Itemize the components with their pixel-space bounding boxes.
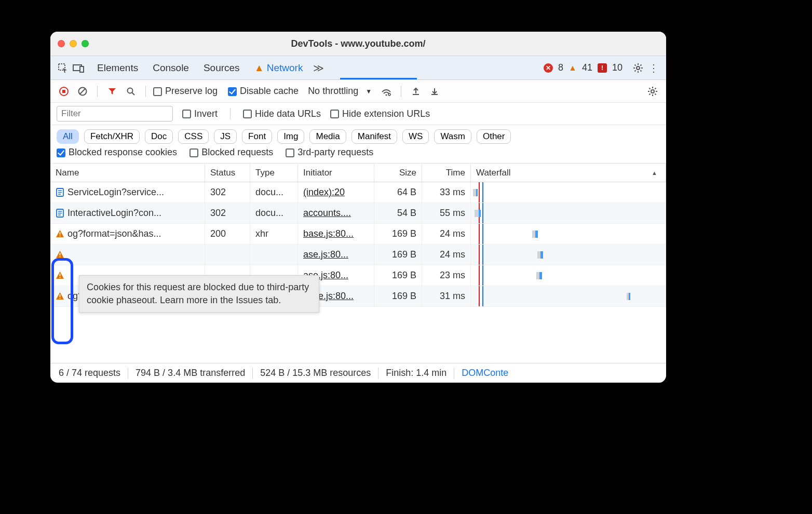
cell-waterfall (471, 265, 666, 286)
status-bar: 6 / 74 requests 794 B / 3.4 MB transferr… (50, 363, 666, 383)
download-har-icon[interactable] (427, 84, 442, 99)
cell-type (250, 245, 298, 265)
upload-har-icon[interactable] (409, 84, 423, 99)
svg-rect-21 (60, 232, 61, 235)
hide-data-urls-checkbox[interactable]: Hide data URLs (243, 109, 321, 119)
titlebar: DevTools - www.youtube.com/ (50, 32, 666, 56)
col-name[interactable]: Name (50, 164, 205, 182)
cell-initiator[interactable]: base.js:80... (298, 224, 374, 244)
table-row[interactable]: ase.js:80...169 B24 ms (50, 245, 666, 265)
col-initiator[interactable]: Initiator (298, 164, 374, 182)
svg-rect-23 (60, 253, 61, 255)
tab-sources[interactable]: Sources (204, 58, 240, 78)
cell-size: 169 B (374, 286, 422, 306)
error-count: 8 (558, 62, 563, 73)
sort-asc-icon: ▲ (652, 170, 657, 176)
status-requests: 6 / 74 requests (59, 368, 120, 378)
svg-rect-25 (60, 274, 61, 276)
col-size[interactable]: Size (374, 164, 422, 182)
svg-point-10 (386, 94, 387, 96)
cell-type: docu... (250, 203, 298, 223)
error-counters[interactable]: ✕ 8 ▲ 41 ! 10 (544, 62, 622, 73)
invert-checkbox[interactable]: Invert (182, 109, 218, 119)
col-type[interactable]: Type (250, 164, 298, 182)
issues-count: 10 (612, 62, 622, 73)
issues-count-icon: ! (598, 63, 607, 73)
devtools-window: DevTools - www.youtube.com/ Elements Con… (50, 32, 666, 383)
tab-elements[interactable]: Elements (97, 58, 138, 78)
filter-icon[interactable] (105, 84, 119, 99)
search-icon[interactable] (124, 84, 138, 99)
request-name: ServiceLogin?service... (67, 187, 164, 198)
preserve-log-checkbox[interactable]: Preserve log (153, 86, 218, 97)
svg-line-9 (132, 92, 135, 95)
cell-time: 23 ms (422, 265, 471, 286)
third-party-checkbox[interactable]: 3rd-party requests (286, 147, 373, 158)
table-row[interactable]: InteractiveLogin?con...302docu...account… (50, 203, 666, 224)
record-button-icon[interactable] (57, 84, 71, 99)
svg-point-11 (388, 93, 390, 96)
svg-rect-24 (60, 256, 61, 258)
type-chips: All Fetch/XHR Doc CSS JS Font Img Media … (50, 125, 666, 146)
cell-time: 55 ms (422, 203, 471, 223)
filter-row: Invert Hide data URLs Hide extension URL… (50, 103, 666, 125)
chip-ws[interactable]: WS (402, 129, 429, 144)
status-transferred: 794 B / 3.4 MB transferred (136, 368, 245, 378)
cell-size: 169 B (374, 245, 422, 265)
hide-extension-urls-checkbox[interactable]: Hide extension URLs (330, 109, 430, 119)
chip-font[interactable]: Font (242, 129, 272, 144)
chip-media[interactable]: Media (309, 129, 346, 144)
chip-all[interactable]: All (57, 129, 79, 144)
requests-table: Name Status Type Initiator Size Time Wat… (50, 164, 666, 363)
cell-waterfall (471, 224, 666, 244)
network-settings-gear-icon[interactable] (645, 84, 660, 99)
cell-initiator[interactable]: ase.js:80... (298, 245, 374, 265)
warning-count: 41 (582, 62, 592, 73)
warning-icon: ▲ (254, 62, 264, 73)
cell-type: xhr (250, 224, 298, 244)
disable-cache-checkbox[interactable]: Disable cache (228, 86, 299, 97)
chip-js[interactable]: JS (214, 129, 237, 144)
svg-rect-27 (60, 294, 61, 297)
inspect-element-icon[interactable] (56, 61, 70, 75)
cell-initiator[interactable]: accounts.... (298, 203, 374, 223)
blocked-cookies-checkbox[interactable]: Blocked response cookies (57, 147, 177, 158)
warning-count-icon: ▲ (569, 63, 577, 73)
cell-time: 24 ms (422, 245, 471, 265)
col-time[interactable]: Time (422, 164, 471, 182)
tab-network[interactable]: ▲ Network (254, 58, 303, 78)
clear-button-icon[interactable] (75, 84, 90, 99)
network-conditions-icon[interactable] (379, 84, 394, 99)
svg-point-12 (651, 90, 654, 93)
chevron-down-icon: ▼ (366, 88, 372, 95)
cell-status: 200 (205, 224, 250, 244)
filter-input[interactable] (57, 106, 173, 121)
chip-css[interactable]: CSS (178, 129, 209, 144)
cell-size: 169 B (374, 265, 422, 286)
chip-doc[interactable]: Doc (145, 129, 173, 144)
cell-initiator[interactable]: (index):20 (298, 182, 374, 202)
svg-rect-2 (80, 66, 84, 72)
col-status[interactable]: Status (205, 164, 250, 182)
tab-console[interactable]: Console (153, 58, 189, 78)
cell-waterfall (471, 245, 666, 265)
table-row[interactable]: og?format=json&has...200xhrbase.js:80...… (50, 224, 666, 245)
throttling-select[interactable]: No throttling ▼ (308, 86, 372, 97)
blocked-requests-checkbox[interactable]: Blocked requests (190, 147, 273, 158)
status-resources: 524 B / 15.3 MB resources (260, 368, 371, 378)
chip-other[interactable]: Other (477, 129, 511, 144)
col-waterfall[interactable]: Waterfall▲ (471, 164, 666, 182)
warning-icon (56, 229, 64, 238)
cell-type: docu... (250, 182, 298, 202)
chip-fetch-xhr[interactable]: Fetch/XHR (84, 129, 140, 144)
cell-time: 31 ms (422, 286, 471, 306)
table-row[interactable]: ServiceLogin?service...302docu...(index)… (50, 182, 666, 203)
more-tabs-icon[interactable]: ≫ (313, 62, 324, 74)
device-toolbar-icon[interactable] (71, 61, 86, 75)
chip-manifest[interactable]: Manifest (351, 129, 397, 144)
chip-wasm[interactable]: Wasm (434, 129, 471, 144)
chip-img[interactable]: Img (277, 129, 304, 144)
settings-gear-icon[interactable] (631, 61, 645, 75)
network-toolbar: Preserve log Disable cache No throttling… (50, 80, 666, 103)
more-menu-icon[interactable]: ⋮ (646, 61, 661, 75)
